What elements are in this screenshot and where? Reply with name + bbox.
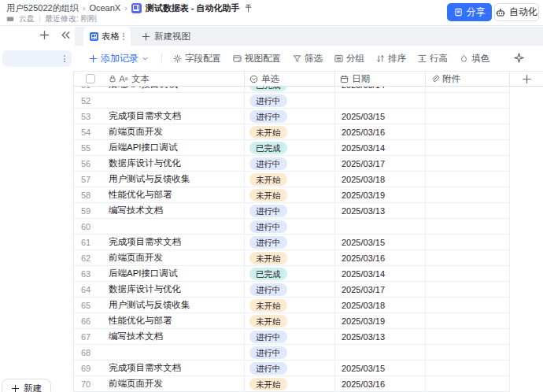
cell-attachment[interactable] bbox=[426, 187, 510, 202]
table-row[interactable]: 60 进行中 bbox=[74, 219, 510, 235]
table-row[interactable]: 51 后端API接口调试 已完成 2025/03/14 bbox=[74, 87, 510, 93]
table-row[interactable]: 54 前端页面开发 未开始 2025/03/16 bbox=[74, 124, 510, 140]
cell-date[interactable]: 2025/03/18 bbox=[335, 298, 426, 312]
cell-text[interactable]: 55 后端API接口调试 bbox=[74, 140, 245, 155]
cell-date[interactable]: 2025/03/13 bbox=[335, 203, 426, 218]
cell-date[interactable]: 2025/03/15 bbox=[335, 361, 426, 375]
cell-date[interactable]: 2025/03/14 bbox=[335, 140, 426, 155]
cell-text[interactable]: 57 用户测试与反馈收集 bbox=[74, 172, 245, 187]
cell-attachment[interactable] bbox=[426, 250, 510, 265]
tab-grid-view[interactable]: 表格 bbox=[83, 27, 131, 46]
view-config-button[interactable]: 视图配置 bbox=[233, 53, 281, 65]
cell-select[interactable]: 未开始 bbox=[245, 376, 335, 391]
cell-select[interactable]: 已完成 bbox=[245, 87, 335, 92]
cell-text[interactable]: 66 性能优化与部署 bbox=[74, 313, 245, 328]
cell-attachment[interactable] bbox=[426, 345, 510, 360]
cell-date[interactable]: 2025/03/15 bbox=[335, 109, 426, 124]
cell-attachment[interactable] bbox=[426, 235, 510, 250]
cell-select[interactable]: 进行中 bbox=[245, 203, 335, 218]
cell-attachment[interactable] bbox=[426, 298, 510, 312]
table-row[interactable]: 58 性能优化与部署 未开始 2025/03/19 bbox=[74, 187, 510, 203]
sidebar-item-table-selected[interactable] bbox=[2, 50, 72, 67]
cell-attachment[interactable] bbox=[426, 329, 510, 344]
cell-text[interactable]: 67 编写技术文档 bbox=[74, 329, 245, 344]
table-row[interactable]: 61 完成项目需求文档 进行中 2025/03/15 bbox=[74, 235, 510, 250]
cell-select[interactable]: 未开始 bbox=[245, 313, 335, 328]
cell-select[interactable]: 进行中 bbox=[245, 235, 335, 250]
column-header-date[interactable]: 日期 bbox=[335, 72, 426, 86]
fill-color-button[interactable]: 填色 bbox=[460, 53, 489, 65]
cell-select[interactable]: 已完成 bbox=[245, 266, 335, 281]
cell-select[interactable]: 未开始 bbox=[245, 124, 335, 139]
table-row[interactable]: 67 编写技术文档 进行中 2025/03/13 bbox=[74, 329, 510, 345]
cell-attachment[interactable] bbox=[426, 361, 510, 375]
cell-select[interactable]: 已完成 bbox=[245, 140, 335, 155]
cell-text[interactable]: 54 前端页面开发 bbox=[74, 124, 245, 139]
cell-select[interactable]: 进行中 bbox=[245, 329, 335, 344]
cell-date[interactable]: 2025/03/13 bbox=[335, 329, 426, 344]
add-record-button[interactable]: 添加记录 bbox=[89, 52, 149, 65]
sort-button[interactable]: 排序 bbox=[376, 53, 406, 65]
cell-attachment[interactable] bbox=[426, 93, 510, 108]
cell-date[interactable]: 2025/03/17 bbox=[335, 156, 426, 171]
cell-select[interactable]: 进行中 bbox=[245, 109, 335, 124]
cell-select[interactable]: 未开始 bbox=[245, 250, 335, 265]
select-all-checkbox[interactable] bbox=[86, 74, 95, 83]
cell-attachment[interactable] bbox=[426, 156, 510, 171]
collapse-sidebar-icon[interactable] bbox=[61, 30, 71, 40]
cell-attachment[interactable] bbox=[426, 266, 510, 281]
cell-select[interactable]: 进行中 bbox=[245, 93, 335, 108]
cell-attachment[interactable] bbox=[426, 219, 510, 234]
cell-select[interactable]: 未开始 bbox=[245, 187, 335, 202]
cell-select[interactable]: 未开始 bbox=[245, 298, 335, 312]
new-record-button[interactable]: 新建 bbox=[2, 379, 51, 392]
cell-date[interactable]: 2025/03/19 bbox=[335, 187, 426, 202]
table-row[interactable]: 57 用户测试与反馈收集 未开始 2025/03/18 bbox=[74, 172, 510, 187]
table-row[interactable]: 64 数据库设计与优化 进行中 2025/03/17 bbox=[74, 282, 510, 298]
cell-attachment[interactable] bbox=[426, 124, 510, 139]
cell-attachment[interactable] bbox=[426, 203, 510, 218]
cell-text[interactable]: 68 bbox=[74, 345, 245, 360]
cell-attachment[interactable] bbox=[426, 376, 510, 391]
column-header-select[interactable]: 单选 bbox=[245, 72, 335, 86]
cell-select[interactable]: 进行中 bbox=[245, 345, 335, 360]
cell-date[interactable]: 2025/03/16 bbox=[335, 124, 426, 139]
cell-select[interactable]: 进行中 bbox=[245, 282, 335, 297]
field-config-button[interactable]: 字段配置 bbox=[173, 53, 221, 65]
column-header-attachment[interactable]: 附件 bbox=[426, 72, 510, 86]
cell-date[interactable] bbox=[335, 93, 426, 108]
add-table-icon[interactable] bbox=[39, 30, 50, 40]
cell-attachment[interactable] bbox=[426, 140, 510, 155]
cell-text[interactable]: 59 编写技术文档 bbox=[74, 203, 245, 218]
pin-icon[interactable] bbox=[244, 4, 253, 13]
filter-button[interactable]: 筛选 bbox=[293, 53, 323, 65]
cell-date[interactable]: 2025/03/17 bbox=[335, 282, 426, 297]
table-row[interactable]: 70 前端页面开发 未开始 2025/03/16 bbox=[74, 376, 510, 392]
cell-attachment[interactable] bbox=[426, 109, 510, 124]
cell-date[interactable] bbox=[335, 219, 426, 234]
cell-text[interactable]: 53 完成项目需求文档 bbox=[74, 109, 245, 124]
cell-text[interactable]: 52 bbox=[74, 93, 245, 108]
table-row[interactable]: 63 后端API接口调试 已完成 2025/03/14 bbox=[74, 266, 510, 282]
cell-select[interactable]: 进行中 bbox=[245, 361, 335, 375]
new-view-button[interactable]: 新建视图 bbox=[131, 27, 201, 46]
table-row[interactable]: 52 进行中 bbox=[74, 93, 510, 109]
cell-date[interactable]: 2025/03/18 bbox=[335, 172, 426, 187]
table-row[interactable]: 55 后端API接口调试 已完成 2025/03/14 bbox=[74, 140, 510, 156]
cell-date[interactable]: 2025/03/19 bbox=[335, 313, 426, 328]
cell-text[interactable]: 70 前端页面开发 bbox=[74, 376, 245, 391]
cell-select[interactable]: 未开始 bbox=[245, 172, 335, 187]
automation-button[interactable]: 自动化 bbox=[494, 3, 539, 21]
cell-attachment[interactable] bbox=[426, 87, 510, 92]
cell-date[interactable]: 2025/03/15 bbox=[335, 235, 426, 250]
cell-date[interactable] bbox=[335, 345, 426, 360]
table-menu-icon[interactable] bbox=[64, 55, 65, 62]
column-header-text[interactable]: 文本 bbox=[74, 72, 245, 86]
row-height-button[interactable]: 行高 bbox=[418, 53, 448, 65]
cell-text[interactable]: 56 数据库设计与优化 bbox=[74, 156, 245, 171]
sparkle-icon[interactable] bbox=[514, 53, 524, 63]
cell-attachment[interactable] bbox=[426, 313, 510, 328]
cell-text[interactable]: 64 数据库设计与优化 bbox=[74, 282, 245, 297]
share-button[interactable]: 分享 bbox=[447, 3, 492, 21]
table-row[interactable]: 62 前端页面开发 未开始 2025/03/16 bbox=[74, 250, 510, 266]
